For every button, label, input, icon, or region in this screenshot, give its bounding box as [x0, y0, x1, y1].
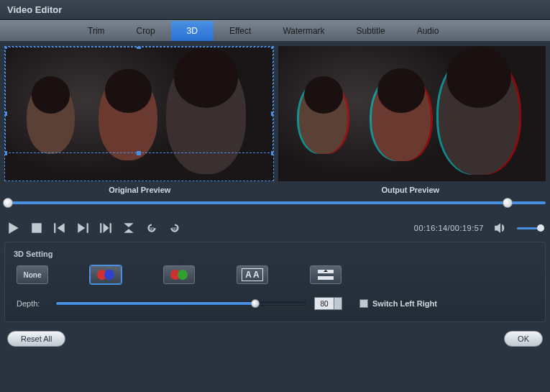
settings-title: 3D Setting: [14, 250, 536, 258]
topbottom-icon: [316, 270, 335, 280]
volume-slider[interactable]: [517, 227, 543, 229]
svg-marker-9: [124, 223, 134, 227]
preview-area: [0, 42, 550, 181]
depth-value-input[interactable]: [315, 298, 334, 309]
rotate-ccw-button[interactable]: 90: [145, 222, 158, 234]
original-preview[interactable]: [4, 46, 274, 181]
rotate-cw-button[interactable]: 90: [168, 222, 181, 234]
play-button[interactable]: [7, 222, 20, 234]
3d-mode-row: None AA: [14, 265, 536, 297]
timeline-thumb-playhead[interactable]: [503, 198, 513, 208]
crop-handle[interactable]: [137, 151, 141, 155]
crop-handle[interactable]: [137, 46, 141, 49]
titlebar: Video Editor: [0, 0, 550, 20]
crop-handle[interactable]: [271, 111, 274, 116]
svg-text:90: 90: [150, 227, 154, 231]
crop-handle[interactable]: [4, 151, 7, 155]
stop-button[interactable]: [30, 222, 43, 234]
step-button[interactable]: [99, 222, 112, 234]
timecode: 00:16:14/00:19:57: [414, 224, 484, 232]
tab-subtitle[interactable]: Subtitle: [341, 21, 401, 41]
svg-text:90: 90: [173, 227, 177, 231]
volume-icon[interactable]: [494, 222, 507, 234]
switch-lr-label: Switch Left Right: [372, 299, 437, 308]
ok-button[interactable]: OK: [504, 331, 543, 347]
switch-lr-checkbox[interactable]: Switch Left Right: [359, 299, 437, 308]
svg-marker-13: [495, 223, 500, 233]
depth-slider[interactable]: [55, 301, 306, 306]
sidebyside-icon: AA: [242, 268, 262, 281]
timeline-thumb-start[interactable]: [3, 198, 13, 208]
crop-handle[interactable]: [4, 111, 7, 116]
crop-handle[interactable]: [271, 46, 274, 49]
output-preview-label: Output Preview: [275, 186, 546, 194]
timeline[interactable]: [0, 201, 550, 211]
tab-watermark[interactable]: Watermark: [267, 21, 340, 41]
svg-rect-8: [110, 223, 111, 233]
tab-effect[interactable]: Effect: [214, 21, 267, 41]
svg-marker-10: [124, 229, 134, 233]
prev-frame-button[interactable]: [53, 222, 66, 234]
mode-anaglyph-redblue-button[interactable]: [90, 265, 122, 284]
depth-slider-thumb[interactable]: [251, 299, 260, 308]
depth-spinner[interactable]: ▲▼: [314, 297, 342, 310]
mode-anaglyph-redgreen-button[interactable]: [163, 265, 195, 284]
reset-all-button[interactable]: Reset All: [7, 331, 65, 347]
mode-sidebyside-button[interactable]: AA: [237, 265, 268, 284]
depth-label: Depth:: [17, 299, 47, 308]
checkbox-icon: [359, 299, 368, 308]
crop-handle[interactable]: [271, 151, 274, 155]
mode-none-button[interactable]: None: [17, 265, 48, 284]
window-title: Video Editor: [7, 4, 62, 15]
spin-up-button[interactable]: ▲: [334, 298, 342, 304]
marker-button[interactable]: [122, 222, 135, 234]
tab-audio[interactable]: Audio: [401, 21, 455, 41]
tab-3d[interactable]: 3D: [171, 21, 214, 41]
svg-marker-4: [78, 223, 85, 233]
tab-trim[interactable]: Trim: [72, 21, 121, 41]
spin-down-button[interactable]: ▼: [334, 304, 342, 309]
playback-controls: 90 90 00:16:14/00:19:57: [0, 211, 550, 242]
tab-crop[interactable]: Crop: [121, 21, 171, 41]
depth-row: Depth: ▲▼ Switch Left Right: [14, 297, 536, 310]
crop-handle[interactable]: [4, 46, 7, 49]
svg-rect-5: [87, 223, 88, 233]
mode-topbottom-button[interactable]: [310, 265, 342, 284]
svg-marker-3: [58, 223, 65, 233]
svg-marker-7: [104, 223, 109, 233]
svg-marker-0: [9, 222, 19, 234]
tabbar: Trim Crop 3D Effect Watermark Subtitle A…: [0, 20, 550, 42]
svg-rect-1: [32, 223, 42, 233]
footer: Reset All OK: [0, 322, 550, 355]
svg-rect-6: [100, 223, 101, 233]
svg-rect-2: [54, 223, 55, 233]
original-preview-label: Original Preview: [4, 186, 275, 194]
output-preview: [278, 46, 546, 181]
next-frame-button[interactable]: [76, 222, 89, 234]
3d-setting-panel: 3D Setting None AA Depth: ▲▼ Switch Left…: [4, 242, 546, 322]
